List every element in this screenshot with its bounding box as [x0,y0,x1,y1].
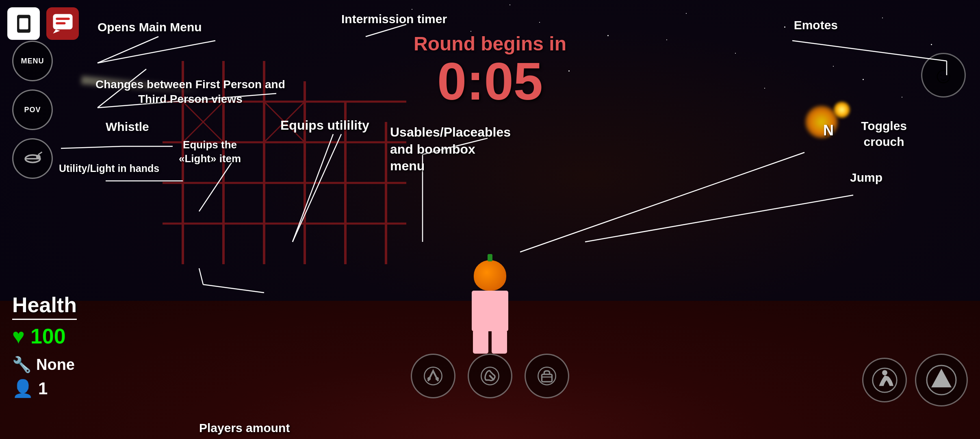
emote-icon: ☺ [932,62,955,88]
chat-button[interactable] [46,7,79,40]
jump-button[interactable] [915,354,968,406]
briefcase-icon [537,366,557,386]
whistle-button[interactable] [12,138,53,179]
svg-rect-30 [542,374,552,382]
svg-point-26 [436,377,439,380]
bottom-action-buttons [411,354,569,398]
chat-icon [52,13,74,35]
character-body [472,291,508,331]
pov-button[interactable]: POV [12,89,53,130]
briefcase-button[interactable] [525,354,569,398]
character-legs [462,331,518,354]
crouch-icon [872,367,898,393]
emote-button-container: ☺ [921,53,966,98]
wrench-button[interactable] [468,354,512,398]
left-buttons: MENU POV [12,41,53,179]
character-leg-right [492,331,507,354]
svg-point-25 [427,377,431,380]
player-character [462,260,518,341]
svg-marker-17 [53,29,60,33]
pov-label: POV [24,106,41,114]
whistle-icon [22,148,44,170]
character-leg-left [473,331,488,354]
roblox-logo-button[interactable] [7,7,40,40]
roblox-icon [13,13,35,35]
svg-rect-19 [56,22,65,24]
svg-line-23 [38,152,42,154]
svg-rect-16 [53,14,72,29]
jump-icon [925,364,958,396]
svg-rect-18 [56,17,69,20]
menu-button[interactable]: MENU [12,41,53,81]
svg-point-22 [36,154,40,159]
equip-utility-button[interactable] [411,354,455,398]
wrench-tool-icon [480,366,500,386]
glow-effect [834,102,850,118]
utility-equip-icon [423,366,443,386]
character-head [474,260,506,291]
crouch-button[interactable] [862,358,907,402]
explosion-effect [805,106,838,138]
svg-rect-15 [19,18,28,29]
svg-point-33 [882,370,887,375]
menu-label: MENU [21,57,44,65]
emote-button[interactable]: ☺ [921,53,966,98]
